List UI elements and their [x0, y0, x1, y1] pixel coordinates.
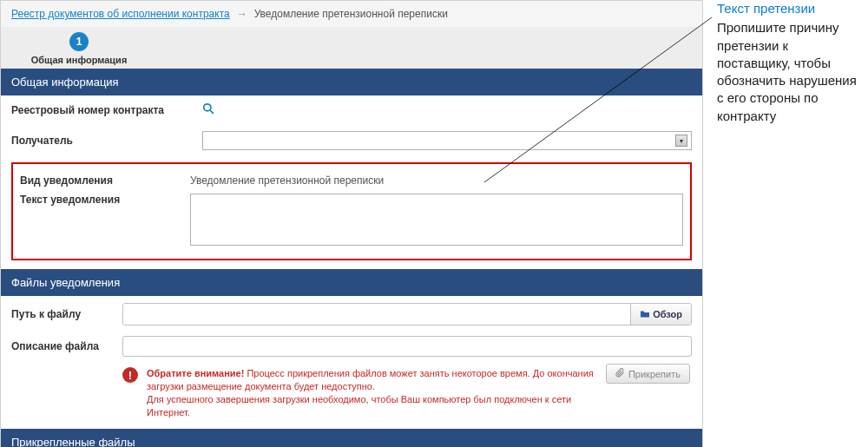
- attach-label: Прикрепить: [628, 369, 681, 379]
- recipient-select[interactable]: ▾: [202, 131, 692, 150]
- upload-warning: ! Обратите внимание! Процесс прикреплени…: [1, 364, 702, 429]
- chevron-right-icon: →: [237, 8, 247, 20]
- main-panel: Реестр документов об исполнении контракт…: [0, 0, 703, 447]
- label-file-path: Путь к файлу: [11, 308, 115, 320]
- attach-button[interactable]: Прикрепить: [606, 364, 690, 384]
- warning-bold: Обратите внимание!: [147, 368, 244, 378]
- row-notice-text: Текст уведомления: [20, 190, 683, 252]
- notice-type-value: Уведомление претензионной переписки: [190, 174, 683, 187]
- label-notice-text: Текст уведомления: [20, 194, 190, 206]
- label-file-desc: Описание файла: [11, 340, 115, 352]
- breadcrumb-root-link[interactable]: Реестр документов об исполнении контракт…: [11, 8, 230, 20]
- wizard-steps: 1 Общая информация: [1, 27, 702, 69]
- folder-icon: [640, 309, 650, 320]
- svg-line-1: [210, 110, 214, 114]
- step-general-info[interactable]: 1 Общая информация: [27, 32, 131, 65]
- file-desc-input[interactable]: [122, 336, 692, 357]
- warning-line2: Для успешного завершения загрузки необхо…: [147, 394, 571, 417]
- step-label: Общая информация: [31, 55, 128, 65]
- chevron-down-icon: ▾: [675, 135, 687, 147]
- paperclip-icon: [615, 368, 625, 379]
- browse-label: Обзор: [653, 309, 682, 319]
- annotation-body: Пропишите причину претензии к поставщику…: [717, 19, 859, 125]
- row-file-path: Путь к файлу Обзор: [1, 296, 702, 332]
- label-notice-type: Вид уведомления: [20, 174, 190, 187]
- file-path-input[interactable]: [123, 304, 630, 325]
- notice-text-textarea[interactable]: [190, 194, 683, 246]
- label-registry-number: Реестровый номер контракта: [11, 104, 202, 116]
- row-recipient: Получатель ▾: [1, 124, 702, 157]
- row-registry-number: Реестровый номер контракта: [1, 95, 702, 124]
- warning-icon: !: [122, 367, 138, 383]
- warning-text: Обратите внимание! Процесс прикрепления …: [147, 367, 598, 418]
- row-file-desc: Описание файла: [1, 332, 702, 364]
- svg-point-0: [204, 104, 211, 111]
- section-header-attached: Прикрепленные файлы: [1, 429, 702, 447]
- file-path-wrap: Обзор: [122, 303, 692, 325]
- step-number-badge: 1: [69, 32, 89, 51]
- section-header-files: Файлы уведомления: [1, 269, 702, 296]
- claim-text-highlight: Вид уведомления Уведомление претензионно…: [11, 162, 692, 260]
- breadcrumb: Реестр документов об исполнении контракт…: [1, 1, 702, 27]
- section-header-general: Общая информация: [1, 69, 702, 95]
- annotation-title: Текст претензии: [717, 0, 859, 17]
- browse-button[interactable]: Обзор: [630, 304, 691, 325]
- side-annotation: Текст претензии Пропишите причину претен…: [703, 0, 859, 125]
- search-icon[interactable]: [202, 102, 692, 117]
- label-recipient: Получатель: [11, 135, 202, 147]
- breadcrumb-current: Уведомление претензионной переписки: [254, 8, 448, 20]
- row-notice-type: Вид уведомления Уведомление претензионно…: [20, 171, 683, 190]
